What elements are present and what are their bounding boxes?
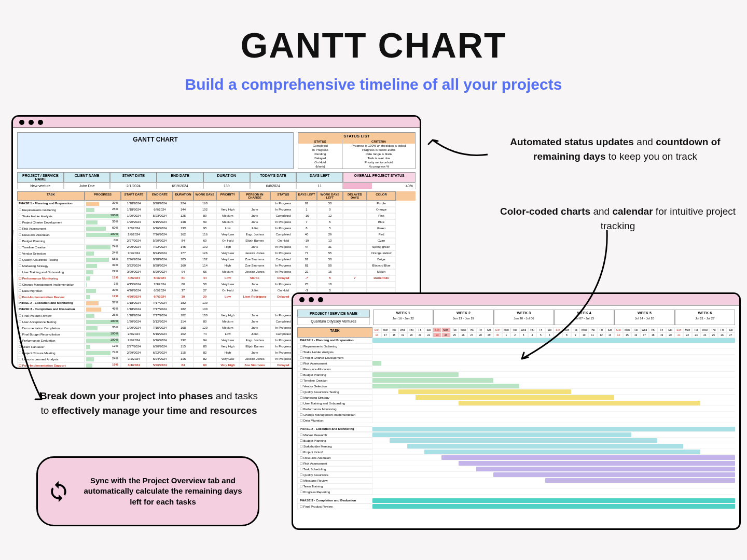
- gantt-task-row[interactable]: ☐ Market Research: [297, 432, 735, 438]
- status-name: Completed: [298, 144, 342, 148]
- gantt-task-row[interactable]: ☐ Risk Assessment: [297, 460, 735, 466]
- day-number: 22: [424, 332, 433, 338]
- task-row[interactable]: ☐ User Training and Onboarding 22% 3/29/…: [17, 269, 416, 275]
- status-criteria: No progress %: [343, 164, 415, 169]
- gantt-task-row[interactable]: ☐ Quality Assurance: [297, 472, 735, 478]
- gantt-task-row[interactable]: ☐ Quality Assurance Testing: [297, 389, 735, 395]
- traffic-dot: [299, 297, 305, 302]
- task-row[interactable]: ☐ Quality Assurance Testing 68% 2/26/202…: [17, 257, 416, 263]
- week-header: WEEK 5Jul 14 - Jul 20: [614, 310, 674, 325]
- gantt-task-row[interactable]: ☐ Change Management Implementation: [297, 412, 735, 417]
- column-header: PERSON IN CHARGE: [239, 191, 270, 201]
- task-row[interactable]: ☐ Requirements Gathering 25% 1/18/20246/…: [17, 207, 416, 213]
- gantt-task-row[interactable]: ☐ Requirements Gathering: [297, 343, 735, 349]
- gantt-phase-row[interactable]: PHASE 2 - Execution and Monitoring: [297, 426, 735, 432]
- project-name-input[interactable]: New venture: [17, 183, 64, 189]
- gantt-task-row[interactable]: ☐ Team Training: [297, 483, 735, 489]
- traffic-dot: [19, 120, 24, 125]
- task-row[interactable]: ☐ Risk Assessment 60% 2/5/20246/16/2024 …: [17, 226, 416, 232]
- page-title: GANTT CHART: [0, 25, 747, 65]
- task-row[interactable]: ☐ Budget Planning 0% 2/27/20245/20/2024 …: [17, 238, 416, 244]
- task-row[interactable]: ☐ Resource Allocation 100% 2/6/20247/16/…: [17, 232, 416, 238]
- field-label: START DATE: [110, 172, 157, 183]
- phase-row[interactable]: PHASE 1 - Planning and Preparation 39% 1…: [17, 201, 416, 207]
- task-row[interactable]: ☐ Performance Monitoring 11% 4/2/20246/1…: [17, 275, 416, 282]
- task-row[interactable]: ☐ Vendor Selection 24% 3/1/20248/24/2024…: [17, 250, 416, 257]
- gantt-phase-row[interactable]: PHASE 1 - Planning and Preparation: [297, 338, 735, 343]
- gantt-task-row[interactable]: ☐ User Training and Onboarding: [297, 400, 735, 406]
- day-name: Wed: [700, 327, 709, 332]
- field-label: DURATION: [203, 172, 250, 183]
- day-name: Fri: [416, 327, 424, 332]
- gantt-task-row[interactable]: ☐ Task Scheduling: [297, 466, 735, 472]
- day-name: Tue: [631, 327, 640, 332]
- gantt-task-row[interactable]: ☐ Marketing Strategy: [297, 395, 735, 400]
- traffic-dot: [38, 120, 43, 125]
- arrow-icon: [519, 228, 617, 363]
- gantt-task-row[interactable]: ☐ Vendor Selection: [297, 383, 735, 389]
- day-number: 28: [476, 332, 485, 338]
- client-name-input[interactable]: John Doe: [64, 183, 110, 189]
- day-name: Tue: [450, 327, 459, 332]
- arrow-icon: [5, 228, 47, 404]
- traffic-dot: [29, 120, 34, 125]
- gantt-task-row[interactable]: ☐ Budget Planning: [297, 372, 735, 377]
- gantt-task-row[interactable]: ☐ Project Kickoff: [297, 449, 735, 455]
- end-date-value: 6/19/2024: [157, 183, 203, 189]
- gantt-task-row[interactable]: ☐ Stakeholder Meeting: [297, 443, 735, 449]
- gantt-task-row[interactable]: ☐ Resource Allocation: [297, 455, 735, 460]
- task-row[interactable]: ☐ Timeline Creation 74% 2/29/20247/22/20…: [17, 244, 416, 250]
- column-header: DELAYED DAYS: [343, 191, 367, 201]
- status-name: Pending: [298, 152, 342, 156]
- week-header: WEEK 6Jul 21 - Jul 27: [675, 310, 735, 325]
- field-label: TODAY'S DATE: [250, 172, 297, 183]
- week-header: WEEK 2Jun 23 - Jun 29: [433, 310, 493, 325]
- day-number: 18: [649, 332, 658, 338]
- task-row[interactable]: ☐ Change Management Implementation 1% 4/…: [17, 282, 416, 288]
- gantt-task-row[interactable]: ☐ Milestone Review: [297, 478, 735, 483]
- status-criteria: Task is over due: [343, 156, 415, 160]
- task-row[interactable]: ☐ Project Charter Development 35% 1/30/2…: [17, 219, 416, 226]
- day-name: Wed: [640, 327, 649, 332]
- sheet-title: GANTT CHART: [17, 132, 294, 169]
- day-number: 17: [640, 332, 649, 338]
- gantt-task-row[interactable]: ☐ Project Charter Development: [297, 355, 735, 360]
- field-label: PROJECT / SERVICE NAME: [297, 310, 370, 317]
- gantt-task-row[interactable]: ☐ Timeline Creation: [297, 377, 735, 383]
- day-number: 18: [390, 332, 398, 338]
- day-number: 29: [485, 332, 493, 338]
- status-name: Delayed: [298, 156, 342, 160]
- gantt-phase-row[interactable]: PHASE 3 - Completion and Evaluation: [297, 498, 735, 503]
- day-name: Mon: [502, 327, 511, 332]
- gantt-task-row[interactable]: ☐ Risk Assessment: [297, 360, 735, 366]
- day-name: Mon: [623, 327, 632, 332]
- column-header: PRIORITY: [216, 191, 239, 201]
- window-titlebar: [293, 294, 739, 305]
- status-criteria: Priority set to onhold: [343, 160, 415, 164]
- gantt-task-row[interactable]: ☐ Data Migration: [297, 417, 735, 423]
- task-row[interactable]: ☐ Marketing Strategy 33% 3/22/20248/28/2…: [17, 263, 416, 269]
- gantt-task-row[interactable]: ☐ Final Product Review: [297, 503, 735, 509]
- day-number: 25: [709, 332, 718, 338]
- column-header: DAYS LEFT: [296, 191, 317, 201]
- gantt-task-row[interactable]: ☐ Progress Reporting: [297, 489, 735, 495]
- day-number: 2: [510, 332, 519, 338]
- day-number: 19: [398, 332, 407, 338]
- day-name: Fri: [657, 327, 666, 332]
- day-name: Wed: [459, 327, 467, 332]
- project-name-select[interactable]: Quantum Odyssey Ventures: [297, 317, 370, 325]
- day-number: 19: [657, 332, 666, 338]
- status-name: On Hold: [298, 160, 342, 164]
- field-label: CLIENT NAME: [64, 172, 110, 183]
- status-criteria: Date range is blank: [343, 152, 415, 156]
- gantt-task-row[interactable]: ☐ Budget Planning: [297, 438, 735, 443]
- day-number: 25: [450, 332, 459, 338]
- gantt-task-row[interactable]: ☐ Stake Holder Analysis: [297, 349, 735, 355]
- day-name: Thu: [649, 327, 658, 332]
- gantt-task-row[interactable]: ☐ Resource Allocation: [297, 366, 735, 372]
- day-number: 16: [372, 332, 381, 338]
- gantt-task-row[interactable]: ☐ Performance Monitoring: [297, 406, 735, 412]
- day-number: 30: [493, 332, 502, 338]
- task-row[interactable]: ☐ Stake Holder Analysis 100% 1/20/20245/…: [17, 213, 416, 219]
- day-number: 16: [631, 332, 640, 338]
